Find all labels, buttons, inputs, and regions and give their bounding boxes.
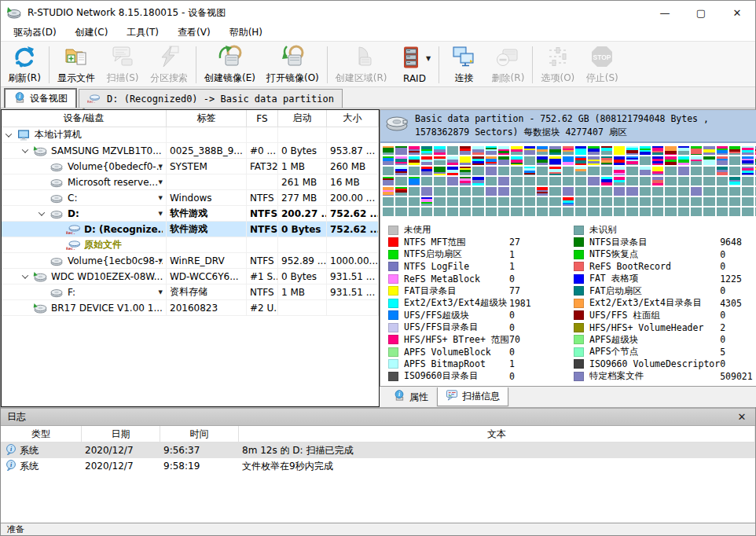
scan-block bbox=[447, 156, 458, 165]
row-dropdown-icon[interactable]: ▼ bbox=[159, 289, 163, 296]
open-image-button[interactable]: 打开镜像(O) bbox=[261, 43, 325, 86]
scan-block bbox=[678, 177, 689, 185]
device-tree-header: ˆ设备/磁盘标签FS启动大小 bbox=[2, 110, 379, 127]
menu-item-0[interactable]: 驱动器(D) bbox=[4, 24, 66, 41]
tree-row-6[interactable]: Rec.D: (Recognize...软件游戏NTFS0 Bytes752.6… bbox=[2, 222, 379, 237]
dropdown-arrow-icon[interactable]: ▼ bbox=[426, 55, 431, 62]
tree-row-4[interactable]: C:▼WindowsNTFS277 MB200.00 ... bbox=[2, 190, 379, 206]
legend-swatch bbox=[574, 274, 584, 284]
device-name: WDC WD10EZEX-08W... bbox=[51, 271, 163, 282]
menu-item-4[interactable]: 帮助(H) bbox=[220, 24, 272, 41]
scan-block bbox=[421, 156, 432, 165]
raid-button[interactable]: ▼RAID bbox=[392, 43, 436, 86]
scan-block bbox=[729, 197, 740, 206]
scan-block bbox=[498, 187, 509, 196]
tree-column-header-4[interactable]: 大小 bbox=[327, 110, 379, 127]
scan-block bbox=[434, 197, 445, 206]
legend-count: 4305 bbox=[720, 298, 756, 309]
tree-cell-size: 752.62 ... bbox=[327, 206, 379, 221]
tree-row-10[interactable]: F:▼资料存储NTFS1 MB931.51 ... bbox=[2, 285, 379, 300]
tree-row-11[interactable]: BR17 DEVICE V1.00 1...20160823#2 U... bbox=[2, 300, 379, 316]
scan-block bbox=[549, 177, 560, 185]
scan-block bbox=[486, 207, 497, 216]
tree-row-7[interactable]: Rec.原始文件 bbox=[2, 237, 379, 253]
legend-count: 27 bbox=[509, 237, 555, 248]
legend-count: 0 bbox=[509, 310, 555, 321]
legend-label: ReFS BootRecord bbox=[589, 261, 720, 272]
expander-chevron-icon[interactable] bbox=[6, 130, 12, 137]
close-button[interactable]: ✕ bbox=[719, 1, 755, 24]
tree-column-header-2[interactable]: FS bbox=[247, 110, 278, 127]
scan-block bbox=[434, 167, 445, 175]
tree-cell-fs: NTFS bbox=[247, 206, 278, 221]
tree-row-0[interactable]: 本地计算机 bbox=[2, 127, 379, 143]
show-files-button[interactable]: 显示文件 bbox=[52, 43, 101, 86]
tree-row-3[interactable]: Microsoft reserve...▼261 MB16 MB bbox=[2, 174, 379, 190]
device-name: D: bbox=[68, 208, 79, 219]
scan-block bbox=[395, 187, 406, 196]
log-close-icon[interactable]: ✕ bbox=[735, 411, 749, 423]
scan-panel-tab-1[interactable]: 扫描信息 bbox=[437, 387, 508, 406]
scan-block bbox=[588, 146, 599, 155]
expander-chevron-icon[interactable] bbox=[22, 146, 28, 152]
legend-item-right-12: 特定档案文件509021 bbox=[574, 371, 756, 381]
legend-label: APFS BitmapRoot bbox=[404, 358, 509, 369]
view-tab-0[interactable]: i设备视图 bbox=[4, 88, 77, 108]
legend-swatch bbox=[574, 359, 584, 369]
row-dropdown-icon[interactable]: ▼ bbox=[159, 258, 163, 264]
refresh-button[interactable]: 刷新(R) bbox=[2, 43, 46, 86]
log-column-header-3[interactable]: 文本 bbox=[239, 426, 755, 442]
tree-cell-fs: #2 U... bbox=[247, 300, 278, 315]
scan-block bbox=[588, 177, 599, 185]
create-region-icon bbox=[349, 44, 374, 72]
row-dropdown-icon[interactable]: ▼ bbox=[159, 211, 163, 217]
scan-block bbox=[626, 207, 637, 216]
tree-row-8[interactable]: Volume{1ecb0c98-...▼WinRE_DRVNTFS952.89 … bbox=[2, 253, 379, 269]
partition-icon bbox=[50, 287, 64, 298]
scan-block bbox=[717, 187, 728, 196]
menu-item-3[interactable]: 查看(V) bbox=[168, 24, 220, 41]
expander-chevron-icon[interactable] bbox=[39, 209, 45, 215]
scan-panel-tab-0[interactable]: i属性 bbox=[384, 387, 437, 407]
scan-icon bbox=[110, 44, 135, 72]
scan-block bbox=[717, 207, 728, 216]
connect-button[interactable]: 连接 bbox=[442, 43, 486, 86]
legend-count: 0 bbox=[720, 261, 756, 272]
scan-block bbox=[665, 156, 676, 165]
menu-item-1[interactable]: 创建(C) bbox=[66, 24, 118, 41]
create-image-button[interactable]: 创建镜像(E) bbox=[199, 43, 261, 86]
log-row-1[interactable]: i系统2020/12/79:58:19文件枚举在9秒内完成 bbox=[1, 458, 755, 474]
device-name: BR17 DEVICE V1.00 1... bbox=[51, 303, 163, 314]
log-column-header-2[interactable]: 时间 bbox=[160, 426, 239, 442]
scan-block bbox=[678, 187, 689, 196]
partition-icon bbox=[50, 177, 64, 188]
tree-column-header-0[interactable]: ˆ设备/磁盘 bbox=[2, 110, 167, 127]
view-tab-1[interactable]: Rec.D: (Recognized0) -> Basic data parti… bbox=[79, 89, 343, 108]
log-column-header-1[interactable]: 日期 bbox=[82, 426, 160, 442]
legend-swatch bbox=[574, 335, 584, 344]
scan-block bbox=[703, 187, 714, 196]
tree-row-2[interactable]: Volume{0bedecf0-...▼SYSTEMFAT321 MB260 M… bbox=[2, 159, 379, 174]
scan-block bbox=[703, 197, 714, 206]
log-row-0[interactable]: i系统2020/12/79:56:378m 12s 的 D: 扫描已完成 bbox=[1, 442, 755, 458]
row-dropdown-icon[interactable]: ▼ bbox=[159, 163, 163, 170]
maximize-button[interactable]: ▢ bbox=[683, 1, 719, 24]
minimize-button[interactable]: — bbox=[647, 1, 683, 24]
tree-column-header-3[interactable]: 启动 bbox=[278, 110, 327, 127]
legend-label: UFS/FFS 柱面组 bbox=[589, 310, 720, 321]
scan-block bbox=[601, 146, 612, 155]
tree-column-header-1[interactable]: 标签 bbox=[167, 110, 247, 127]
scan-block bbox=[524, 177, 535, 185]
log-column-header-0[interactable]: 类型 bbox=[1, 426, 82, 442]
scan-block bbox=[640, 146, 651, 155]
tree-row-5[interactable]: D:▼软件游戏NTFS200.27 ...752.62 ... bbox=[2, 206, 379, 222]
tree-row-1[interactable]: SAMSUNG MZVLB1T0...0025_388B_9...#0 ...0… bbox=[2, 143, 379, 159]
row-dropdown-icon[interactable]: ▼ bbox=[159, 195, 163, 201]
row-dropdown-icon[interactable]: ▼ bbox=[159, 179, 163, 185]
expander-chevron-icon[interactable] bbox=[22, 272, 28, 278]
device-name: D: (Recognize... bbox=[84, 224, 163, 235]
device-name: C: bbox=[68, 193, 77, 204]
menu-item-2[interactable]: 工具(T) bbox=[117, 24, 168, 41]
tree-row-9[interactable]: WDC WD10EZEX-08W...WD-WCC6Y6...#1 S...0 … bbox=[2, 269, 379, 285]
scan-block bbox=[460, 207, 471, 216]
